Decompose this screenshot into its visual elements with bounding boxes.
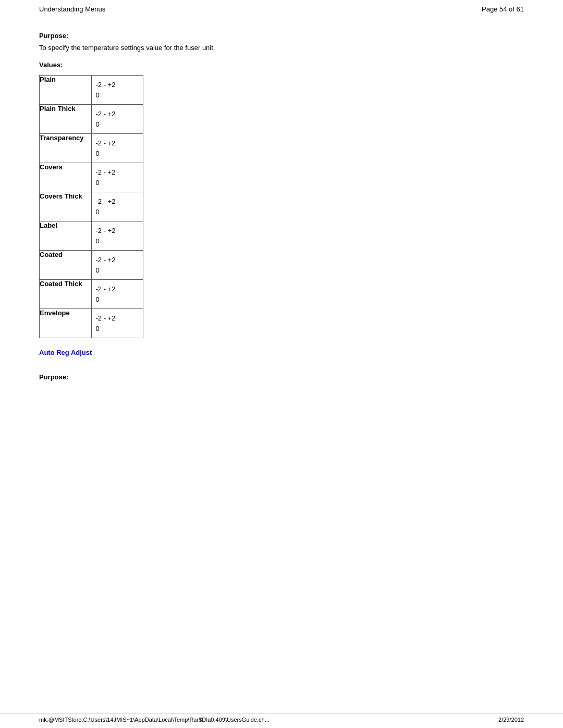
row-range: -2 - +2: [92, 221, 143, 237]
row-value-cell: -2 - +20: [91, 76, 143, 105]
table-row: Transparency-2 - +20: [40, 134, 143, 163]
table-row: Plain Thick-2 - +20: [40, 105, 143, 134]
purpose-text: To specify the temperature settings valu…: [39, 44, 524, 52]
row-value-cell: -2 - +20: [91, 280, 143, 309]
row-default: 0: [92, 150, 143, 163]
row-name-cell: Transparency: [40, 134, 92, 163]
row-value-cell: -2 - +20: [91, 163, 143, 192]
row-name-cell: Coated Thick: [40, 280, 92, 309]
second-purpose-label: Purpose:: [39, 373, 524, 381]
table-row: Covers Thick-2 - +20: [40, 192, 143, 221]
row-range: -2 - +2: [92, 134, 143, 150]
page-number: Page 54 of 61: [482, 5, 524, 13]
row-name-cell: Covers: [40, 163, 92, 192]
row-default: 0: [92, 266, 143, 279]
row-default: 0: [92, 91, 143, 104]
table-row: Plain-2 - +20: [40, 76, 143, 105]
row-range: -2 - +2: [92, 251, 143, 266]
table-row: Coated Thick-2 - +20: [40, 280, 143, 309]
row-value-cell: -2 - +20: [91, 221, 143, 251]
row-default: 0: [92, 237, 143, 250]
row-range: -2 - +2: [92, 105, 143, 120]
row-default: 0: [92, 179, 143, 192]
row-default: 0: [92, 120, 143, 133]
table-row: Covers-2 - +20: [40, 163, 143, 192]
row-name-cell: Coated: [40, 251, 92, 280]
row-range: -2 - +2: [92, 163, 143, 179]
auto-reg-adjust-link[interactable]: Auto Reg Adjust: [39, 349, 92, 356]
row-value-cell: -2 - +20: [91, 251, 143, 280]
row-value-cell: -2 - +20: [91, 192, 143, 221]
row-name-cell: Label: [40, 221, 92, 251]
row-name-cell: Covers Thick: [40, 192, 92, 221]
row-value-cell: -2 - +20: [91, 309, 143, 338]
row-default: 0: [92, 295, 143, 309]
row-value-cell: -2 - +20: [91, 134, 143, 163]
row-range: -2 - +2: [92, 280, 143, 295]
purpose-label: Purpose:: [39, 32, 524, 40]
row-name-cell: Plain Thick: [40, 105, 92, 134]
main-content: Purpose: To specify the temperature sett…: [0, 16, 563, 401]
table-row: Coated-2 - +20: [40, 251, 143, 280]
page-footer: mk:@MSITStore:C:\Users\14JMIS~1\AppData\…: [0, 713, 563, 723]
row-default: 0: [92, 325, 143, 338]
table-row: Label-2 - +20: [40, 221, 143, 251]
row-default: 0: [92, 208, 143, 221]
table-row: Envelope-2 - +20: [40, 309, 143, 338]
footer-right: 2/29/2012: [498, 717, 524, 723]
row-range: -2 - +2: [92, 192, 143, 208]
row-range: -2 - +2: [92, 309, 143, 325]
page-header: Understanding Menus Page 54 of 61: [0, 0, 563, 16]
row-name-cell: Envelope: [40, 309, 92, 338]
footer-left: mk:@MSITStore:C:\Users\14JMIS~1\AppData\…: [39, 717, 270, 723]
row-name-cell: Plain: [40, 76, 92, 105]
page-header-title: Understanding Menus: [39, 5, 105, 13]
values-table: Plain-2 - +20Plain Thick-2 - +20Transpar…: [39, 75, 143, 338]
row-value-cell: -2 - +20: [91, 105, 143, 134]
row-range: -2 - +2: [92, 76, 143, 91]
values-label: Values:: [39, 61, 524, 69]
